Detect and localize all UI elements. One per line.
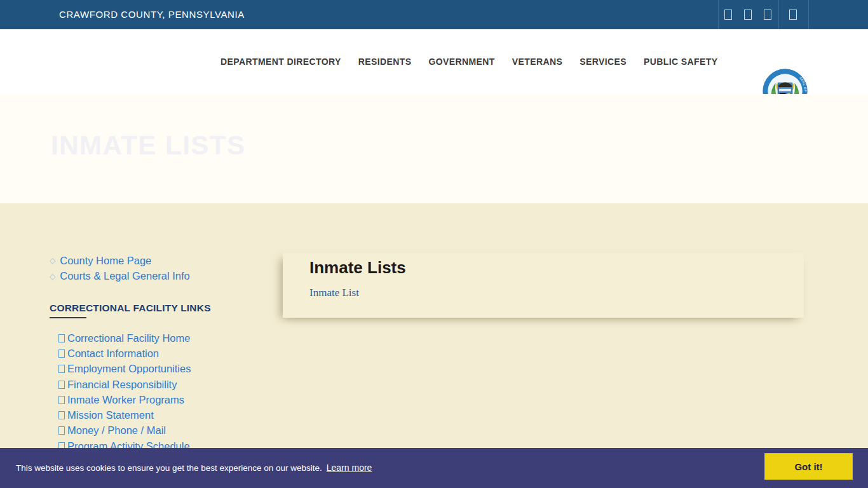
sidebar-section-rule	[50, 317, 86, 318]
social-icon-2[interactable]	[744, 10, 752, 20]
sidebar-item-courts-legal-info[interactable]: ◇ Courts & Legal General Info	[50, 269, 190, 285]
sidebar-link-label: County Home Page	[60, 255, 151, 267]
cookie-message-row: This website uses cookies to ensure you …	[16, 448, 372, 488]
sidebar-link-label: Contact Information	[67, 348, 159, 360]
placeholder-glyph-icon	[58, 396, 65, 404]
sidebar-item-contact-information[interactable]: Contact Information	[58, 346, 191, 361]
topbar: CRAWFORD COUNTY, PENNSYLVANIA	[0, 0, 868, 29]
hero-banner: INMATE LISTS	[0, 94, 868, 203]
social-icon-1[interactable]	[724, 10, 732, 20]
sidebar-link-label: Correctional Facility Home	[67, 332, 190, 344]
nav-item-veterans[interactable]: VETERANS	[512, 57, 562, 67]
placeholder-glyph-icon	[58, 365, 65, 373]
placeholder-glyph-icon	[58, 349, 65, 358]
main-header: DEPARTMENT DIRECTORY RESIDENTS GOVERNMEN…	[0, 29, 868, 94]
diamond-bullet-icon: ◇	[50, 256, 55, 265]
site-title: CRAWFORD COUNTY, PENNSYLVANIA	[59, 0, 245, 29]
main-content-area: ◇ County Home Page ◇ Courts & Legal Gene…	[0, 203, 868, 488]
topbar-divider	[718, 0, 719, 29]
sidebar-item-inmate-worker-programs[interactable]: Inmate Worker Programs	[58, 392, 191, 407]
placeholder-glyph-icon	[58, 411, 65, 419]
cookie-consent-bar: This website uses cookies to ensure you …	[0, 448, 868, 488]
social-icon-3[interactable]	[764, 10, 771, 20]
sidebar-link-label: Courts & Legal General Info	[60, 270, 190, 282]
nav-item-public-safety[interactable]: PUBLIC SAFETY	[644, 57, 717, 67]
content-panel: Inmate Lists Inmate List	[283, 253, 804, 318]
inmate-list-link[interactable]: Inmate List	[309, 287, 359, 299]
sidebar-item-county-home-page[interactable]: ◇ County Home Page	[50, 253, 190, 269]
sidebar-item-employment-opportunities[interactable]: Employment Opportunities	[58, 362, 191, 377]
diamond-bullet-icon: ◇	[50, 272, 55, 281]
sidebar-link-label: Money / Phone / Mail	[67, 424, 166, 437]
sidebar-section-title: CORRECTIONAL FACILITY LINKS	[50, 302, 211, 314]
page-title: Inmate Lists	[309, 258, 406, 278]
got-it-button[interactable]: Got it!	[764, 453, 853, 480]
nav-item-services[interactable]: SERVICES	[580, 57, 627, 67]
sidebar-facility-links: Correctional Facility Home Contact Infor…	[58, 330, 191, 454]
placeholder-glyph-icon	[58, 426, 65, 435]
page: CRAWFORD COUNTY, PENNSYLVANIA DEPARTMENT…	[0, 0, 868, 488]
nav-item-residents[interactable]: RESIDENTS	[358, 57, 412, 67]
topbar-divider	[778, 0, 779, 29]
main-nav: DEPARTMENT DIRECTORY RESIDENTS GOVERNMEN…	[220, 29, 717, 94]
topbar-divider	[808, 0, 809, 29]
sidebar-item-correctional-facility-home[interactable]: Correctional Facility Home	[58, 330, 191, 346]
sidebar-link-label: Mission Statement	[67, 409, 154, 421]
sidebar-item-mission-statement[interactable]: Mission Statement	[58, 407, 191, 423]
placeholder-glyph-icon	[58, 334, 65, 342]
learn-more-link[interactable]: Learn more	[327, 463, 372, 473]
nav-item-government[interactable]: GOVERNMENT	[428, 57, 494, 67]
sidebar-link-label: Employment Opportunities	[67, 363, 191, 375]
sidebar-quick-links: ◇ County Home Page ◇ Courts & Legal Gene…	[50, 253, 190, 284]
cookie-message: This website uses cookies to ensure you …	[16, 463, 322, 473]
social-icon-4[interactable]	[789, 10, 797, 20]
placeholder-glyph-icon	[58, 381, 65, 389]
sidebar-link-label: Financial Responsibility	[67, 379, 177, 391]
sidebar-link-label: Inmate Worker Programs	[67, 394, 184, 406]
hero-title: INMATE LISTS	[51, 130, 246, 161]
sidebar-item-money-phone-mail[interactable]: Money / Phone / Mail	[58, 423, 191, 438]
sidebar-item-financial-responsibility[interactable]: Financial Responsibility	[58, 377, 191, 392]
nav-item-department-directory[interactable]: DEPARTMENT DIRECTORY	[220, 57, 341, 67]
